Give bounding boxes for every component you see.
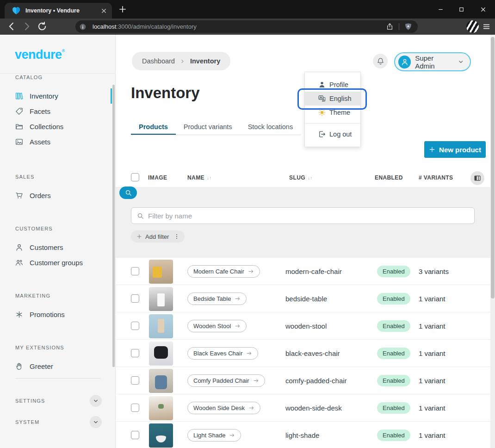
column-header-enabled: ENABLED [375, 174, 403, 181]
row-checkbox[interactable] [131, 349, 139, 357]
sidebar-item-greeter[interactable]: Greeter [0, 359, 110, 374]
tab-close-icon[interactable] [100, 7, 107, 14]
sidebar-section-settings[interactable]: SETTINGS [0, 394, 116, 408]
main-content: Dashboard Inventory Super Admin Inventor… [116, 35, 490, 448]
sidebar-section: MARKETING Promotions [0, 293, 110, 322]
sidebar-section-system[interactable]: SYSTEM [0, 415, 116, 429]
menu-item-icon [318, 95, 326, 102]
filter-input[interactable] [148, 212, 463, 220]
row-checkbox[interactable] [131, 322, 139, 330]
sidebar-item-inventory[interactable]: Inventory [0, 88, 110, 104]
product-name-link[interactable]: Bedside Table [187, 292, 247, 305]
menu-item-profile[interactable]: Profile [305, 78, 360, 92]
arrow-right-icon [248, 405, 254, 411]
notifications-button[interactable] [373, 54, 388, 68]
column-header-name[interactable]: NAME↓↑ [187, 174, 212, 181]
page-title: Inventory [131, 84, 200, 102]
breadcrumb-inventory[interactable]: Inventory [190, 57, 220, 65]
browser-tabstrip: Inventory • Vendure [0, 0, 495, 19]
site-info-icon[interactable] [79, 23, 87, 31]
back-button[interactable] [6, 21, 17, 31]
menu-item-log-out[interactable]: Log out [305, 127, 360, 141]
page-scrollbar-thumb[interactable] [491, 37, 495, 299]
sidebar-scrollbar[interactable] [112, 85, 115, 367]
sidebar-section-label: MARKETING [0, 293, 110, 299]
product-image[interactable] [149, 396, 173, 420]
product-name-link[interactable]: Light Shade [187, 429, 241, 442]
sort-icon[interactable]: ↓↑ [207, 175, 212, 180]
row-checkbox[interactable] [131, 267, 139, 275]
product-image[interactable] [149, 314, 173, 338]
sidebar-item-facets[interactable]: Facets [0, 104, 110, 119]
new-product-button[interactable]: New product [424, 141, 486, 158]
product-image-detail [155, 375, 167, 389]
sidebar-section: CUSTOMERS Customers Customer groups [0, 226, 110, 270]
product-name-link[interactable]: Black Eaves Chair [187, 347, 258, 360]
chevron-down-icon[interactable] [90, 395, 102, 407]
column-header-image[interactable]: IMAGE [148, 174, 167, 181]
menu-item-theme[interactable]: Theme [305, 106, 360, 119]
product-table: Modern Cafe Chair modern-cafe-chair Enab… [116, 258, 490, 448]
browser-menu-icon[interactable] [482, 22, 491, 31]
page-scrollbar[interactable] [490, 35, 495, 448]
row-checkbox[interactable] [131, 376, 139, 385]
tab-product-variants[interactable]: Product variants [176, 119, 240, 135]
nav-icon [15, 107, 23, 115]
share-icon[interactable] [386, 23, 394, 31]
sort-icon[interactable]: ↓↑ [308, 175, 313, 180]
row-checkbox[interactable] [131, 431, 139, 439]
enabled-badge: Enabled [377, 348, 410, 359]
product-name-link[interactable]: Comfy Padded Chair [187, 374, 265, 387]
column-header-slug[interactable]: SLUG↓↑ [289, 174, 313, 181]
menu-item-english[interactable]: English [305, 92, 360, 106]
table-row: Modern Cafe Chair modern-cafe-chair Enab… [116, 258, 490, 285]
product-name-link[interactable]: Wooden Stool [187, 320, 247, 332]
sidebar-item-assets[interactable]: Assets [0, 134, 110, 149]
product-image[interactable] [149, 287, 173, 311]
product-image[interactable] [149, 342, 173, 366]
tab-stock-locations[interactable]: Stock locations [240, 119, 301, 135]
product-image[interactable] [149, 260, 173, 284]
window-close-button[interactable] [472, 0, 494, 19]
reload-button[interactable] [37, 21, 47, 31]
sidebar-item-customer-groups[interactable]: Customer groups [0, 255, 110, 270]
enabled-badge: Enabled [377, 293, 410, 305]
breadcrumb[interactable]: Dashboard Inventory [132, 52, 230, 70]
plus-icon [429, 146, 435, 153]
add-filter-button[interactable]: Add filter [131, 230, 185, 243]
forward-button[interactable] [22, 21, 32, 31]
product-image[interactable] [149, 423, 173, 448]
new-tab-button[interactable] [118, 5, 127, 13]
tab-products[interactable]: Products [131, 119, 176, 135]
menu-item-icon [318, 81, 326, 88]
table-row: Black Eaves Chair black-eaves-chair Enab… [116, 340, 490, 367]
sidebar-item-customers[interactable]: Customers [0, 240, 110, 255]
user-menu-button[interactable]: Super Admin [394, 52, 471, 71]
menu-item-icon [318, 131, 326, 138]
address-bar[interactable]: localhost:3000/admin/catalog/inventory [75, 20, 418, 33]
select-all-checkbox[interactable] [131, 173, 139, 181]
table-row: Bedside Table bedside-table Enabled 1 va… [116, 285, 490, 312]
product-image[interactable] [149, 369, 173, 393]
row-checkbox[interactable] [131, 294, 139, 303]
row-checkbox[interactable] [131, 404, 139, 412]
vendure-logo[interactable]: vendure® [15, 48, 65, 62]
breadcrumb-dashboard[interactable]: Dashboard [142, 57, 175, 65]
browser-tab[interactable]: Inventory • Vendure [5, 3, 112, 19]
enabled-badge: Enabled [377, 402, 410, 414]
browser-profile-avatar[interactable] [466, 20, 479, 33]
product-name-link[interactable]: Wooden Side Desk [187, 402, 260, 414]
window-maximize-button[interactable] [451, 0, 472, 19]
brave-shield-icon[interactable] [404, 23, 412, 31]
product-name-link[interactable]: Modern Cafe Chair [187, 265, 260, 278]
window-minimize-button[interactable] [430, 0, 451, 19]
more-options-icon[interactable] [173, 233, 180, 240]
sidebar-item-orders[interactable]: Orders [0, 188, 110, 203]
chevron-down-icon[interactable] [90, 416, 102, 428]
variant-count: 1 variant [419, 377, 446, 385]
nav-icon [15, 138, 23, 146]
sidebar-item-collections[interactable]: Collections [0, 119, 110, 134]
search-toggle-button[interactable] [119, 187, 137, 199]
column-settings-button[interactable] [470, 171, 484, 185]
sidebar-item-promotions[interactable]: Promotions [0, 307, 110, 322]
